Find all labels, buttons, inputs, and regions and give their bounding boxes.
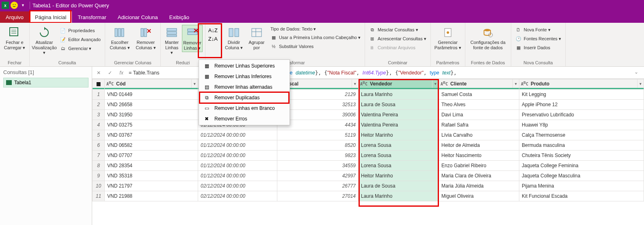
remove-alternate-rows-item[interactable]: ▤Remover linhas alternadas xyxy=(200,82,289,92)
recent-sources-button[interactable]: 🕑Fontes Recentes ▾ xyxy=(514,35,563,43)
data-type-button[interactable]: Tipo de Dados: Texto ▾ xyxy=(269,26,362,33)
accept-formula-button[interactable]: ✓ xyxy=(106,69,114,77)
cell-cliente[interactable]: Enzo Gabriel Ribeiro xyxy=(439,161,519,171)
cell-produto[interactable]: Preservativo Lubrificado xyxy=(519,110,644,120)
insert-data-button[interactable]: ▦Inserir Dados xyxy=(514,44,563,52)
cell-cod[interactable]: VND 03767 xyxy=(105,130,198,140)
cell-vendedor[interactable]: Heitor Marinho xyxy=(359,171,439,181)
remove-columns-button[interactable]: Remover Colunas ▾ xyxy=(134,25,158,51)
replace-values-button[interactable]: ½Substituir Valores xyxy=(269,42,362,50)
cell-produto[interactable]: Bermuda masculina xyxy=(519,140,644,151)
append-queries-button[interactable]: ⊞Acrescentar Consultas ▾ xyxy=(367,35,428,43)
cell-cod[interactable]: VND 06582 xyxy=(105,140,198,151)
cell-data[interactable]: 01/12/2024 00:00:00 xyxy=(198,130,277,140)
first-row-header-button[interactable]: ▦Usar a Primeira Linha como Cabeçalho ▾ xyxy=(269,33,362,42)
column-dd-icon[interactable]: ▾ xyxy=(637,79,644,88)
cell-vendedor[interactable]: Laura de Sousa xyxy=(359,100,439,110)
cell-cliente[interactable]: Davi Lima xyxy=(439,110,519,120)
column-header-cod[interactable]: ABCCód▾ xyxy=(105,79,198,90)
table-row[interactable]: 6VND 0658201/12/2024 00:00:008520Lorena … xyxy=(93,140,644,151)
column-dd-icon[interactable]: ▾ xyxy=(191,79,198,88)
properties-button[interactable]: 📄Propriedades xyxy=(58,26,102,35)
tab-add-column[interactable]: Adicionar Coluna xyxy=(112,11,164,23)
cell-produto[interactable]: Kit Funcional Escada xyxy=(519,191,644,201)
manage-parameters-button[interactable]: Gerenciar Parâmetros ▾ xyxy=(433,25,462,51)
table-row[interactable]: 1VND 014492129Laura MarinhoSamuel CostaK… xyxy=(93,90,644,100)
advanced-editor-button[interactable]: 📝Editor Avançado xyxy=(58,35,102,44)
new-source-button[interactable]: 🗋Nova Fonte ▾ xyxy=(514,26,563,34)
choose-columns-button[interactable]: Escolher Colunas ▾ xyxy=(108,25,132,51)
cell-vendedor[interactable]: Heitor Marinho xyxy=(359,130,439,140)
cell-cod[interactable]: VND 31950 xyxy=(105,110,198,120)
cell-fiscal[interactable]: 34559 xyxy=(277,161,359,171)
cell-produto[interactable]: Huawei Y8p xyxy=(519,120,644,130)
tab-transform[interactable]: Transformar xyxy=(72,11,112,23)
tab-file[interactable]: Arquivo xyxy=(0,11,29,23)
cell-data[interactable]: 01/12/2024 00:00:00 xyxy=(198,171,277,181)
table-row[interactable]: 10VND 2179702/12/2024 00:00:0026777Laura… xyxy=(93,181,644,191)
sort-desc-button[interactable]: Z↓A xyxy=(208,36,218,42)
cell-fiscal[interactable]: 27014 xyxy=(277,191,359,201)
cell-fiscal[interactable]: 8520 xyxy=(277,140,359,151)
cell-cod[interactable]: VND 35318 xyxy=(105,171,198,181)
table-row[interactable]: 2VND 2665832513Laura de SousaTheo AlvesA… xyxy=(93,100,644,110)
table-row[interactable]: 5VND 0376701/12/2024 00:00:005119Heitor … xyxy=(93,130,644,140)
cell-fiscal[interactable]: 26777 xyxy=(277,181,359,191)
keep-rows-button[interactable]: Manter Linhas ▾ xyxy=(163,25,180,57)
cell-vendedor[interactable]: Lorena Sousa xyxy=(359,140,439,151)
cell-vendedor[interactable]: Lorena Sousa xyxy=(359,151,439,161)
data-source-settings-button[interactable]: Configurações da fonte de dados xyxy=(468,25,508,51)
cell-produto[interactable]: Chuteira Tênis Society xyxy=(519,151,644,161)
table-row[interactable]: 8VND 2835401/12/2024 00:00:0034559Lorena… xyxy=(93,161,644,171)
expand-formula-button[interactable]: ⌄ xyxy=(634,69,642,76)
close-and-load-button[interactable]: Fechar e Carregar ▾ xyxy=(2,25,27,51)
qat-dropdown-icon[interactable]: ▼ xyxy=(21,3,25,7)
cell-cod[interactable]: VND 01449 xyxy=(105,90,198,100)
cell-fiscal[interactable]: 42997 xyxy=(277,171,359,181)
column-dd-icon[interactable]: ▾ xyxy=(512,79,519,88)
cell-cod[interactable]: VND 26658 xyxy=(105,100,198,110)
remove-duplicates-item[interactable]: ⧉Remover Duplicadas xyxy=(200,92,289,103)
cell-data[interactable]: 02/12/2024 00:00:00 xyxy=(198,181,277,191)
table-row[interactable]: 7VND 0770701/12/2024 00:00:009823Lorena … xyxy=(93,151,644,161)
cell-produto[interactable]: Pijama Menina xyxy=(519,181,644,191)
cell-cod[interactable]: VND 21797 xyxy=(105,181,198,191)
cell-vendedor[interactable]: Laura Marinho xyxy=(359,191,439,201)
table-row[interactable]: 9VND 3531801/12/2024 00:00:0042997Heitor… xyxy=(93,171,644,181)
cell-cliente[interactable]: Theo Alves xyxy=(439,100,519,110)
column-dd-icon[interactable]: ▾ xyxy=(432,79,439,88)
cell-cliente[interactable]: Maria Clara de Oliveira xyxy=(439,171,519,181)
cell-data[interactable]: 01/12/2024 00:00:00 xyxy=(198,140,277,151)
smiley-icon[interactable] xyxy=(11,2,18,9)
cell-cod[interactable]: VND 28354 xyxy=(105,161,198,171)
cell-produto[interactable]: Calça Thermosense xyxy=(519,130,644,140)
cell-cliente[interactable]: Lívia Carvalho xyxy=(439,130,519,140)
cell-produto[interactable]: Jaqueta College Masculina xyxy=(519,171,644,181)
cell-vendedor[interactable]: Lorena Sousa xyxy=(359,161,439,171)
split-column-button[interactable]: Dividir Coluna ▾ xyxy=(223,25,244,51)
cell-cliente[interactable]: Heitor de Almeida xyxy=(439,140,519,151)
cell-data[interactable]: 01/12/2024 00:00:00 xyxy=(198,151,277,161)
cell-cliente[interactable]: Rafael Safra xyxy=(439,120,519,130)
tab-home[interactable]: Página Inicial xyxy=(29,11,72,23)
cell-produto[interactable]: Kit Legging xyxy=(519,90,644,100)
cell-cod[interactable]: VND 07707 xyxy=(105,151,198,161)
cell-vendedor[interactable]: Valentina Pereira xyxy=(359,120,439,130)
cell-produto[interactable]: Jaqueta College Feminina xyxy=(519,161,644,171)
cell-vendedor[interactable]: Valentina Pereira xyxy=(359,110,439,120)
cell-fiscal[interactable]: 9823 xyxy=(277,151,359,161)
cell-vendedor[interactable]: Laura de Sousa xyxy=(359,181,439,191)
fx-button[interactable]: fx xyxy=(117,69,125,77)
column-header-cliente[interactable]: ABCCliente▾ xyxy=(439,79,519,90)
tab-view[interactable]: Exibição xyxy=(164,11,195,23)
cell-cliente[interactable]: Samuel Costa xyxy=(439,90,519,100)
query-item[interactable]: Tabela1 xyxy=(3,78,89,87)
row-number-header[interactable]: ▦ xyxy=(93,79,105,90)
cell-cliente[interactable]: Miguel Oliveira xyxy=(439,191,519,201)
column-header-vendedor[interactable]: ABCVendedor▾ xyxy=(359,79,439,90)
remove-rows-button[interactable]: Remover Linhas ▾ xyxy=(182,25,203,52)
column-dd-icon[interactable]: ▾ xyxy=(352,79,358,88)
cancel-formula-button[interactable]: ✕ xyxy=(95,69,103,77)
remove-errors-item[interactable]: ✖Remover Erros xyxy=(200,114,289,124)
cell-data[interactable]: 02/12/2024 00:00:00 xyxy=(198,191,277,201)
